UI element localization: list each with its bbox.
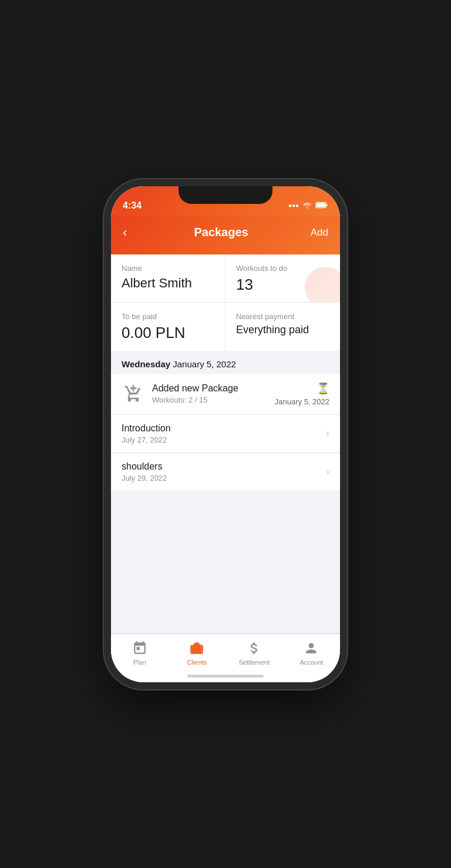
hourglass-icon: ⏳ <box>317 382 329 395</box>
svg-rect-5 <box>195 643 199 645</box>
tab-plan-label: Plan <box>133 659 146 666</box>
package-info: Added new Package Workouts: 2 / 15 <box>152 383 275 404</box>
svg-rect-1 <box>317 203 325 207</box>
status-icons: ●●● <box>288 200 328 212</box>
nearest-payment-card: Nearest payment Everything paid <box>226 303 340 351</box>
workouts-card: Workouts to do 13 <box>226 254 340 303</box>
battery-icon <box>315 200 328 211</box>
date-header: Wednesday January 5, 2022 <box>111 351 340 374</box>
page-title: Packages <box>194 226 248 239</box>
package-title: Added new Package <box>152 383 275 394</box>
workout-name-0: Introduction <box>122 423 326 434</box>
add-button[interactable]: Add <box>311 227 328 239</box>
svg-rect-2 <box>326 204 327 206</box>
package-card: Added new Package Workouts: 2 / 15 ⏳ Jan… <box>111 374 340 491</box>
signal-icon: ●●● <box>288 202 299 209</box>
chevron-right-icon-1: › <box>326 465 329 478</box>
back-button[interactable]: ‹ <box>123 223 132 243</box>
nearest-payment-label: Nearest payment <box>236 312 329 321</box>
package-subtitle: Workouts: 2 / 15 <box>152 396 275 404</box>
tab-plan[interactable]: Plan <box>111 640 169 666</box>
package-right: ⏳ January 5, 2022 <box>275 382 329 406</box>
tab-account[interactable]: Account <box>283 640 341 666</box>
package-item: Added new Package Workouts: 2 / 15 ⏳ Jan… <box>111 374 340 415</box>
payment-amount-value: 0.00 PLN <box>122 324 214 341</box>
chevron-right-icon-0: › <box>326 427 329 440</box>
payment-amount-card: To be paid 0.00 PLN <box>111 303 226 351</box>
settlement-icon <box>246 640 262 656</box>
workout-date-1: July 29, 2022 <box>122 474 326 482</box>
plan-icon <box>132 640 148 656</box>
workout-info-0: Introduction July 27, 2022 <box>122 423 326 444</box>
payment-amount-label: To be paid <box>122 312 214 321</box>
tab-settlement[interactable]: Settlement <box>226 640 283 666</box>
name-card: Name Albert Smith <box>111 254 226 303</box>
info-cards-bottom: To be paid 0.00 PLN Nearest payment Ever… <box>111 303 340 351</box>
workout-info-1: shoulders July 29, 2022 <box>122 461 326 482</box>
clients-icon <box>189 640 205 656</box>
tab-account-label: Account <box>299 659 323 666</box>
account-icon <box>303 640 319 656</box>
workout-item-1[interactable]: shoulders July 29, 2022 › <box>111 453 340 491</box>
notch <box>179 186 272 204</box>
scrollable-content: Name Albert Smith Workouts to do 13 To b… <box>111 254 340 682</box>
workout-item-0[interactable]: Introduction July 27, 2022 › <box>111 415 340 453</box>
workout-date-0: July 27, 2022 <box>122 435 326 444</box>
nearest-payment-value: Everything paid <box>236 324 329 336</box>
phone-frame: 4:34 ●●● ‹ Package <box>111 186 340 682</box>
svg-rect-3 <box>192 646 202 653</box>
home-indicator <box>187 675 264 678</box>
wifi-icon <box>302 200 312 211</box>
info-cards-top: Name Albert Smith Workouts to do 13 <box>111 254 340 303</box>
package-cart-icon <box>122 382 145 405</box>
day-name: Wednesday <box>122 359 170 369</box>
app-header: ‹ Packages Add <box>111 216 340 254</box>
tab-settlement-label: Settlement <box>238 659 270 666</box>
workout-name-1: shoulders <box>122 461 326 472</box>
name-label: Name <box>122 264 214 273</box>
name-value: Albert Smith <box>122 276 214 290</box>
package-date: January 5, 2022 <box>275 397 329 406</box>
date-value: January 5, 2022 <box>173 359 236 369</box>
tab-clients[interactable]: Clients <box>169 640 226 666</box>
tab-clients-label: Clients <box>187 659 207 666</box>
status-time: 4:34 <box>123 200 142 212</box>
